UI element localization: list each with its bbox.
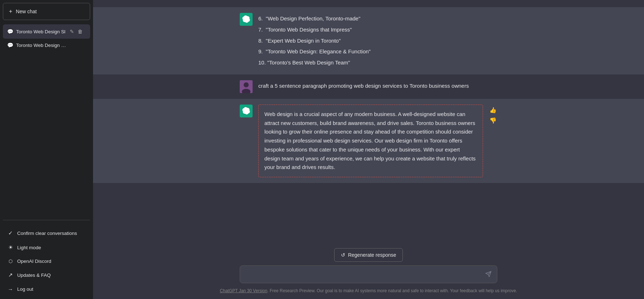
avatar-user — [240, 80, 253, 93]
chat-list: 💬 Toronto Web Design Sl ✎ 🗑 💬 Toronto We… — [0, 23, 93, 217]
regenerate-icon: ↺ — [341, 252, 345, 258]
sidebar: + New chat 💬 Toronto Web Design Sl ✎ 🗑 💬… — [0, 0, 93, 299]
sun-icon: ☀ — [7, 244, 14, 251]
list-item: 7. "Toronto Web Designs that Impress" — [258, 25, 497, 34]
logout-icon: → — [7, 286, 14, 292]
logout-label: Log out — [17, 286, 33, 292]
assistant-message-text: Web design is a crucial aspect of any mo… — [264, 111, 475, 170]
external-link-icon: ↗ — [7, 272, 14, 278]
list-item: 6. "Web Design Perfection, Toronto-made" — [258, 14, 497, 23]
numbered-list: 6. "Web Design Perfection, Toronto-made"… — [258, 14, 497, 67]
footer-rest-text: . Free Research Preview. Our goal is to … — [267, 288, 517, 293]
assistant-message-content: Web design is a crucial aspect of any mo… — [258, 105, 483, 177]
updates-action[interactable]: ↗ Updates & FAQ — [3, 268, 90, 282]
user-message-text: craft a 5 sentence paragraph promoting w… — [258, 83, 469, 89]
edit-icon[interactable]: ✎ — [69, 28, 75, 35]
list-num: 7. — [258, 26, 263, 33]
discord-icon: ⬡ — [7, 259, 14, 264]
svg-point-1 — [244, 82, 249, 87]
chat-icon: 💬 — [7, 29, 13, 34]
input-area — [225, 265, 512, 285]
chat-bottom: ↺ Regenerate response ChatGPT Jan 30 Ver… — [93, 242, 644, 299]
list-num: 8. — [258, 38, 263, 44]
chat-item-actions: ✎ 🗑 — [69, 28, 83, 35]
list-text: "Expert Web Design in Toronto" — [266, 38, 341, 44]
list-message-content: 6. "Web Design Perfection, Toronto-made"… — [258, 13, 497, 69]
regenerate-button[interactable]: ↺ Regenerate response — [334, 248, 403, 262]
delete-icon[interactable]: 🗑 — [77, 28, 83, 35]
discord-action[interactable]: ⬡ OpenAI Discord — [3, 255, 90, 268]
footer-text: ChatGPT Jan 30 Version. Free Research Pr… — [220, 288, 517, 296]
assistant-message-row: Web design is a crucial aspect of any mo… — [93, 99, 644, 183]
list-text: "Toronto's Best Web Design Team" — [267, 59, 350, 66]
list-num: 10. — [258, 59, 266, 66]
checkmark-icon: ✓ — [7, 230, 14, 236]
user-message-row: craft a 5 sentence paragraph promoting w… — [93, 74, 644, 99]
gpt-logo — [240, 13, 253, 26]
chat-icon: 💬 — [7, 42, 13, 48]
sidebar-bottom: ✓ Confirm clear conversations ☀ Light mo… — [0, 223, 93, 299]
logout-action[interactable]: → Log out — [3, 282, 90, 296]
discord-label: OpenAI Discord — [17, 259, 51, 264]
list-item: 8. "Expert Web Design in Toronto" — [258, 37, 497, 45]
light-mode-label: Light mode — [17, 245, 41, 250]
chat-input[interactable] — [240, 265, 497, 283]
list-num: 6. — [258, 15, 263, 21]
list-item: 9. "Toronto Web Design: Elegance & Funct… — [258, 47, 497, 56]
list-text: "Toronto Web Design: Elegance & Function… — [266, 48, 371, 54]
user-message-content: craft a 5 sentence paragraph promoting w… — [258, 80, 497, 91]
sidebar-item-chat2[interactable]: 💬 Toronto Web Design Firm CTA — [3, 39, 90, 52]
avatar-gpt-2 — [240, 105, 253, 117]
chat-title: Toronto Web Design Sl — [16, 29, 66, 34]
confirm-clear-label: Confirm clear conversations — [17, 231, 77, 236]
message-inner-assistant: Web design is a crucial aspect of any mo… — [225, 105, 512, 177]
gpt-logo-2 — [240, 105, 253, 117]
assistant-message-list: 6. "Web Design Perfection, Toronto-made"… — [93, 7, 644, 74]
list-num: 9. — [258, 48, 263, 54]
message-feedback-actions: 👍 👎 — [489, 105, 497, 125]
message-inner-list: 6. "Web Design Perfection, Toronto-made"… — [225, 13, 512, 69]
message-inner-user: craft a 5 sentence paragraph promoting w… — [225, 80, 512, 93]
plus-icon: + — [9, 8, 12, 15]
updates-label: Updates & FAQ — [17, 273, 51, 278]
send-button[interactable] — [484, 270, 493, 281]
light-mode-action[interactable]: ☀ Light mode — [3, 240, 90, 255]
chatgpt-version-link[interactable]: ChatGPT Jan 30 Version — [220, 288, 268, 293]
sidebar-item-chat1[interactable]: 💬 Toronto Web Design Sl ✎ 🗑 — [3, 24, 90, 39]
chat-messages: 6. "Web Design Perfection, Toronto-made"… — [93, 0, 644, 242]
new-chat-label: New chat — [16, 9, 36, 14]
chat-title: Toronto Web Design Firm CTA — [16, 43, 66, 48]
avatar-gpt — [240, 13, 253, 26]
new-chat-button[interactable]: + New chat — [3, 3, 90, 20]
thumbs-up-button[interactable]: 👍 — [489, 106, 497, 114]
confirm-clear-action[interactable]: ✓ Confirm clear conversations — [3, 226, 90, 240]
regenerate-label: Regenerate response — [348, 252, 396, 258]
thumbs-down-button[interactable]: 👎 — [489, 116, 497, 125]
main-chat-area: 6. "Web Design Perfection, Toronto-made"… — [93, 0, 644, 299]
sidebar-divider — [3, 220, 90, 220]
list-item: 10. "Toronto's Best Web Design Team" — [258, 58, 497, 67]
list-text: "Toronto Web Designs that Impress" — [266, 26, 352, 33]
list-text: "Web Design Perfection, Toronto-made" — [266, 15, 360, 21]
